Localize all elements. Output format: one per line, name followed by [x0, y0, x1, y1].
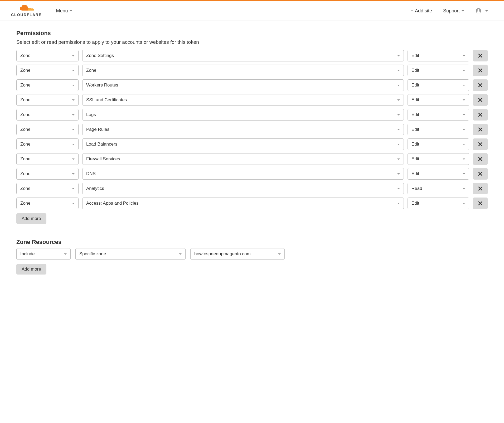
remove-row-button[interactable] — [473, 79, 488, 91]
add-more-permission-button[interactable]: Add more — [16, 213, 46, 224]
caret-down-icon — [179, 253, 182, 255]
add-site-button[interactable]: + Add site — [410, 8, 432, 14]
caret-down-icon — [397, 85, 400, 86]
permission-select[interactable]: Firewall Services — [82, 153, 404, 165]
zone-resources-section: Zone Resources Include Specific zone how… — [16, 239, 488, 275]
scope-select[interactable]: Zone — [16, 124, 79, 135]
caret-down-icon — [72, 173, 75, 175]
caret-down-icon — [463, 70, 465, 71]
access-value: Edit — [411, 171, 419, 176]
caret-down-icon — [463, 55, 465, 56]
scope-value: Zone — [20, 68, 31, 73]
scope-select[interactable]: Zone — [16, 50, 79, 61]
close-icon — [478, 54, 482, 58]
permission-value: Firewall Services — [86, 156, 120, 162]
remove-row-button[interactable] — [473, 65, 488, 76]
include-select[interactable]: Include — [16, 248, 71, 260]
header-left: CLOUDFLARE Menu — [11, 5, 72, 17]
support-dropdown[interactable]: Support — [443, 8, 464, 14]
access-select[interactable]: Read — [408, 183, 469, 194]
scope-select[interactable]: Zone — [16, 138, 79, 150]
scope-select[interactable]: Zone — [16, 168, 79, 180]
scope-select[interactable]: Zone — [16, 94, 79, 106]
access-select[interactable]: Edit — [408, 198, 469, 209]
zone-select[interactable]: howtospeedupmagento.com — [190, 248, 285, 260]
permission-value: DNS — [86, 171, 96, 176]
caret-down-icon — [397, 70, 400, 71]
zone-type-value: Specific zone — [79, 251, 106, 257]
caret-down-icon — [463, 144, 465, 145]
scope-select[interactable]: Zone — [16, 198, 79, 209]
close-icon — [478, 157, 482, 161]
permission-value: Logs — [86, 112, 96, 117]
caret-down-icon — [72, 203, 75, 204]
scope-select[interactable]: Zone — [16, 79, 79, 91]
access-select[interactable]: Edit — [408, 50, 469, 61]
caret-down-icon — [397, 129, 400, 130]
scope-select[interactable]: Zone — [16, 109, 79, 121]
remove-row-button[interactable] — [473, 50, 488, 61]
remove-row-button[interactable] — [473, 109, 488, 121]
scope-select[interactable]: Zone — [16, 153, 79, 165]
permission-row: Zone Page Rules Edit — [16, 124, 488, 135]
remove-row-button[interactable] — [473, 198, 488, 209]
permission-select[interactable]: Access: Apps and Policies — [82, 198, 404, 209]
support-label: Support — [443, 8, 460, 14]
caret-down-icon — [397, 173, 400, 175]
access-select[interactable]: Edit — [408, 94, 469, 106]
scope-value: Zone — [20, 201, 31, 206]
caret-down-icon — [72, 114, 75, 116]
permission-select[interactable]: DNS — [82, 168, 404, 180]
permission-select[interactable]: SSL and Certificates — [82, 94, 404, 106]
scope-select[interactable]: Zone — [16, 183, 79, 194]
permission-select[interactable]: Zone Settings — [82, 50, 404, 61]
remove-row-button[interactable] — [473, 94, 488, 106]
permission-row: Zone Zone Edit — [16, 65, 488, 76]
menu-dropdown[interactable]: Menu — [56, 8, 72, 14]
caret-down-icon — [463, 188, 465, 189]
scope-value: Zone — [20, 186, 31, 191]
caret-down-icon — [72, 70, 75, 71]
access-value: Edit — [411, 53, 419, 58]
scope-value: Zone — [20, 83, 31, 88]
caret-down-icon — [72, 158, 75, 160]
caret-down-icon — [485, 10, 488, 12]
scope-select[interactable]: Zone — [16, 65, 79, 76]
remove-row-button[interactable] — [473, 124, 488, 135]
header-right: + Add site Support — [410, 8, 488, 14]
access-select[interactable]: Edit — [408, 138, 469, 150]
access-select[interactable]: Edit — [408, 79, 469, 91]
close-icon — [478, 83, 482, 87]
user-menu[interactable] — [476, 8, 488, 14]
permissions-rows: Zone Zone Settings Edit Zone Zone Edit — [16, 50, 488, 209]
permission-select[interactable]: Page Rules — [82, 124, 404, 135]
header: CLOUDFLARE Menu + Add site Support — [0, 1, 504, 21]
permission-select[interactable]: Workers Routes — [82, 79, 404, 91]
permission-select[interactable]: Load Balancers — [82, 138, 404, 150]
remove-row-button[interactable] — [473, 138, 488, 150]
permissions-title: Permissions — [16, 30, 488, 37]
permission-row: Zone Workers Routes Edit — [16, 79, 488, 91]
permission-select[interactable]: Logs — [82, 109, 404, 121]
permission-select[interactable]: Analytics — [82, 183, 404, 194]
cloudflare-logo[interactable]: CLOUDFLARE — [11, 5, 42, 17]
permission-select[interactable]: Zone — [82, 65, 404, 76]
access-select[interactable]: Edit — [408, 109, 469, 121]
zone-type-select[interactable]: Specific zone — [75, 248, 186, 260]
access-select[interactable]: Edit — [408, 124, 469, 135]
remove-row-button[interactable] — [473, 168, 488, 180]
close-icon — [478, 113, 482, 117]
include-value: Include — [20, 251, 35, 257]
permission-row: Zone DNS Edit — [16, 168, 488, 180]
access-select[interactable]: Edit — [408, 153, 469, 165]
zone-resource-row: Include Specific zone howtospeedupmagent… — [16, 248, 488, 260]
remove-row-button[interactable] — [473, 183, 488, 194]
permission-value: Page Rules — [86, 127, 109, 132]
access-select[interactable]: Edit — [408, 168, 469, 180]
caret-down-icon — [463, 129, 465, 130]
caret-down-icon — [72, 55, 75, 56]
access-select[interactable]: Edit — [408, 65, 469, 76]
access-value: Edit — [411, 201, 419, 206]
remove-row-button[interactable] — [473, 153, 488, 165]
add-more-zone-button[interactable]: Add more — [16, 264, 46, 275]
